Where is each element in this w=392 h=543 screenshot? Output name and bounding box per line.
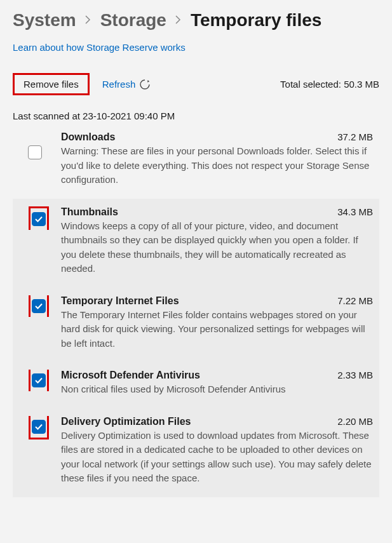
file-row-temp-internet: Temporary Internet Files 7.22 MB The Tem…	[13, 288, 379, 363]
chevron-right-icon	[85, 14, 91, 27]
checkbox-defender[interactable]	[32, 373, 46, 387]
file-size: 2.20 MB	[337, 416, 373, 427]
file-desc: Non critical files used by Microsoft Def…	[61, 382, 373, 397]
refresh-icon	[139, 79, 151, 90]
breadcrumb-system[interactable]: System	[13, 10, 76, 30]
file-row-thumbnails: Thumbnails 34.3 MB Windows keeps a copy …	[13, 199, 379, 288]
file-row-delivery-opt: Delivery Optimization Files 2.20 MB Deli…	[13, 408, 379, 497]
file-title: Delivery Optimization Files	[61, 416, 191, 427]
total-selected: Total selected: 50.3 MB	[280, 79, 379, 90]
refresh-button[interactable]: Refresh	[102, 79, 151, 90]
refresh-label: Refresh	[102, 79, 136, 90]
file-row-downloads: Downloads 37.2 MB Warning: These are fil…	[13, 128, 379, 199]
file-size: 7.22 MB	[337, 295, 373, 306]
file-title: Thumbnails	[61, 206, 118, 218]
checkbox-delivery-opt[interactable]	[32, 420, 46, 434]
total-selected-label: Total selected:	[280, 79, 344, 90]
file-desc: Warning: These are files in your persona…	[61, 144, 373, 187]
file-size: 2.33 MB	[337, 370, 373, 380]
action-row: Remove files Refresh Total selected: 50.…	[13, 73, 379, 95]
file-size: 34.3 MB	[337, 206, 373, 217]
file-size: 37.2 MB	[337, 131, 373, 142]
checkbox-thumbnails[interactable]	[32, 212, 46, 226]
chevron-right-icon	[175, 14, 182, 27]
file-title: Temporary Internet Files	[61, 295, 179, 307]
breadcrumb-storage[interactable]: Storage	[100, 10, 166, 30]
last-scanned: Last scanned at 23-10-2021 09:40 PM	[13, 111, 379, 121]
remove-files-button[interactable]: Remove files	[13, 73, 90, 95]
checkbox-downloads[interactable]	[28, 145, 42, 159]
learn-link[interactable]: Learn about how Storage Reserve works	[13, 42, 186, 53]
page-title: Temporary files	[191, 10, 321, 30]
checkbox-temp-internet[interactable]	[32, 299, 46, 313]
file-title: Microsoft Defender Antivirus	[61, 370, 200, 381]
file-desc: Windows keeps a copy of all of your pict…	[61, 219, 373, 276]
file-row-defender: Microsoft Defender Antivirus 2.33 MB Non…	[13, 362, 379, 408]
file-desc: Delivery Optimization is used to downloa…	[61, 429, 373, 486]
breadcrumb: System Storage Temporary files	[13, 10, 379, 30]
file-desc: The Temporary Internet Files folder cont…	[61, 308, 373, 351]
total-selected-value: 50.3 MB	[344, 79, 379, 90]
file-title: Downloads	[61, 131, 115, 143]
